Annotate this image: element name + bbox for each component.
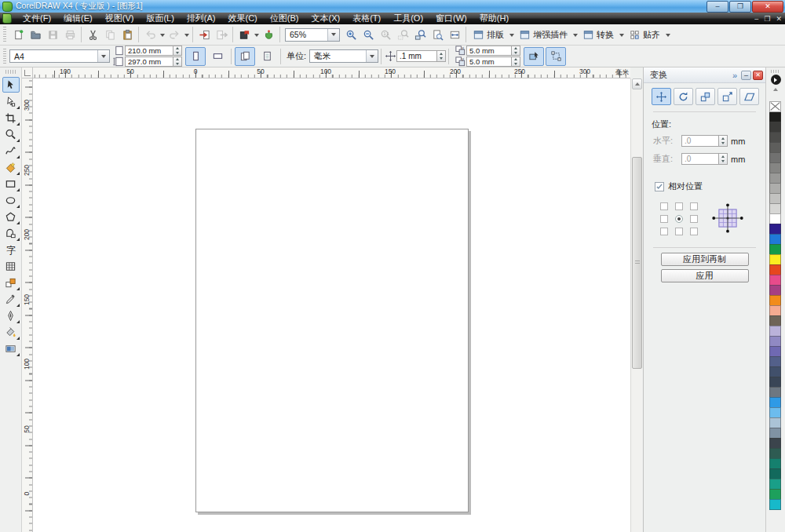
menu-view[interactable]: 视图(V) (99, 12, 141, 25)
snap-button[interactable]: 贴齐 (625, 26, 664, 43)
duplicate-x-field[interactable]: 5.0 mm (466, 46, 512, 56)
toolbar-grip[interactable] (3, 27, 6, 42)
portrait-button[interactable] (185, 47, 206, 66)
color-swatch[interactable] (769, 387, 781, 398)
menu-tools[interactable]: 工具(O) (387, 12, 429, 25)
paper-height-field[interactable]: 297.0 mm (125, 56, 173, 67)
position-spinner[interactable] (719, 135, 728, 147)
table-tool[interactable] (2, 258, 20, 274)
close-button[interactable]: ✕ (752, 1, 783, 13)
document-close-button[interactable]: ✕ (776, 15, 782, 23)
cut-button[interactable] (84, 26, 101, 43)
zoom-tool[interactable] (2, 126, 20, 142)
scroll-up-button[interactable] (632, 78, 642, 89)
eyedropper-tool[interactable] (2, 291, 20, 307)
color-swatch[interactable] (769, 499, 781, 510)
position-value-field[interactable]: .0 (681, 135, 719, 147)
blend-tool[interactable] (2, 275, 20, 290)
menu-arrange[interactable]: 排列(A) (181, 12, 222, 25)
color-swatch[interactable] (769, 315, 781, 326)
undo-button-dropdown[interactable] (159, 26, 166, 43)
chevron-down-icon[interactable] (327, 29, 339, 41)
redo-button-dropdown[interactable] (183, 26, 190, 43)
menu-layout[interactable]: 版面(L) (140, 12, 180, 25)
treat-as-filled-toggle[interactable] (524, 47, 544, 66)
new-document-button[interactable] (9, 26, 27, 43)
color-swatch[interactable] (769, 193, 781, 204)
color-swatch[interactable] (769, 132, 781, 143)
duplicate-x-spinner[interactable] (512, 46, 520, 56)
open-button[interactable] (27, 26, 44, 43)
color-swatch[interactable] (769, 285, 781, 296)
position-spinner[interactable] (719, 153, 728, 165)
menu-text[interactable]: 文本(X) (305, 12, 346, 25)
menu-table[interactable]: 表格(T) (346, 12, 387, 25)
zoom-page-button[interactable] (429, 26, 446, 43)
crop-tool[interactable] (2, 110, 20, 126)
vertical-scrollbar[interactable] (630, 78, 642, 532)
polygon-tool[interactable] (2, 209, 20, 224)
zoom-page-width-button[interactable] (446, 26, 463, 43)
duplicate-y-spinner[interactable] (512, 56, 520, 67)
import-button[interactable] (195, 26, 213, 43)
color-swatch[interactable] (769, 377, 781, 388)
shape-tool[interactable] (2, 93, 20, 109)
apply-to-duplicate-button[interactable]: 应用到再制 (661, 253, 749, 266)
color-swatch[interactable] (769, 468, 781, 479)
color-swatch[interactable] (769, 366, 781, 377)
toolbox-grip[interactable] (5, 70, 16, 74)
zoom-out-button[interactable] (360, 26, 377, 43)
anchor-checkbox[interactable] (660, 228, 668, 235)
ellipse-tool[interactable] (2, 192, 20, 208)
all-pages-button[interactable] (235, 47, 255, 66)
color-swatch[interactable] (769, 448, 781, 459)
color-swatch[interactable] (769, 173, 781, 184)
palette-scroll-up-button[interactable] (770, 86, 782, 93)
smart-fill-tool[interactable] (2, 159, 20, 175)
color-swatch[interactable] (769, 407, 781, 418)
ruler-origin-corner[interactable] (22, 67, 33, 78)
vertical-ruler[interactable]: 300250200150100500 (22, 78, 33, 532)
transform-rotate-button[interactable] (674, 88, 693, 105)
menu-bitmaps[interactable]: 位图(B) (264, 12, 305, 25)
paper-height-spinner[interactable] (173, 56, 182, 67)
color-swatch[interactable] (769, 356, 781, 367)
nudge-field[interactable]: .1 mm (396, 50, 437, 62)
anchor-checkbox[interactable] (690, 215, 698, 223)
anchor-checkbox[interactable] (690, 228, 698, 235)
application-launcher-button[interactable] (236, 26, 253, 43)
document-restore-button[interactable]: ❐ (764, 15, 770, 23)
color-swatch[interactable] (769, 305, 781, 316)
layout-toolbar-button[interactable]: 排版 (469, 26, 508, 43)
paper-preset-combo[interactable]: A4 (9, 49, 110, 63)
position-value-field[interactable]: .0 (681, 153, 719, 165)
outline-pen-tool[interactable] (2, 308, 20, 323)
color-swatch[interactable] (769, 479, 781, 490)
color-swatch[interactable] (769, 244, 781, 255)
docker-minimize-button[interactable]: – (741, 71, 751, 80)
property-bar-grip[interactable] (3, 49, 6, 64)
color-swatch[interactable] (769, 438, 781, 449)
zoom-selected-button[interactable] (394, 26, 411, 43)
menu-edit[interactable]: 编辑(E) (57, 12, 99, 25)
drawing-page[interactable] (195, 129, 469, 512)
zoom-in-button[interactable] (342, 26, 360, 43)
convert-button-dropdown[interactable] (618, 26, 625, 43)
docker-expand-icon[interactable]: » (732, 71, 737, 80)
print-button[interactable] (61, 26, 78, 43)
paper-width-field[interactable]: 210.0 mm (125, 46, 173, 56)
anchor-checkbox[interactable] (675, 228, 683, 235)
export-button[interactable] (213, 26, 230, 43)
color-swatch[interactable] (769, 162, 781, 173)
convert-button[interactable]: 转换 (579, 26, 618, 43)
maximize-button[interactable]: ❐ (729, 1, 751, 13)
apply-button[interactable]: 应用 (661, 269, 749, 282)
menu-window[interactable]: 窗口(W) (429, 12, 473, 25)
color-swatch[interactable] (769, 428, 781, 439)
color-swatch[interactable] (769, 417, 781, 428)
menu-file[interactable]: 文件(F) (16, 12, 57, 25)
color-swatch[interactable] (769, 111, 781, 122)
anchor-checkbox[interactable] (675, 202, 683, 210)
horizontal-ruler[interactable]: 毫米 10050050100150200250300 (33, 67, 630, 78)
color-swatch[interactable] (769, 224, 781, 235)
